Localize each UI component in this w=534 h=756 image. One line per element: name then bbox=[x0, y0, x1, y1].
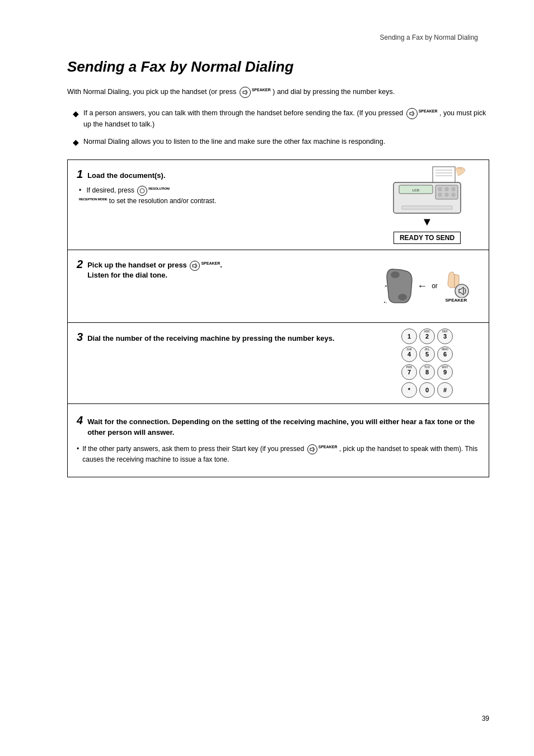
arrow-left: ← bbox=[417, 280, 427, 292]
key-9: WXY 9 bbox=[437, 364, 453, 380]
step-4-sub-text: If the other party answers, ask them to … bbox=[82, 444, 480, 464]
bullet-1: ◆ If a person answers, you can talk with… bbox=[67, 108, 489, 130]
fax-machine-svg: LCD bbox=[382, 166, 472, 216]
key-2: ABC 2 bbox=[419, 328, 435, 344]
ready-to-send-display: READY TO SEND bbox=[394, 232, 461, 244]
svg-point-16 bbox=[452, 193, 455, 196]
step-4-subbullet: • If the other party answers, ask them t… bbox=[77, 444, 480, 464]
svg-marker-18 bbox=[193, 264, 196, 268]
speaker-button-bullet1 bbox=[406, 108, 418, 119]
svg-text:LCD: LCD bbox=[413, 189, 420, 192]
page-content: Sending a Fax by Normal Dialing Sending … bbox=[0, 0, 534, 756]
steps-table: 1 Load the document(s). • If desired, pr… bbox=[67, 159, 489, 477]
step-1-content: 1 Load the document(s). • If desired, pr… bbox=[68, 160, 366, 250]
svg-rect-17 bbox=[402, 206, 452, 209]
step-2-title: Pick up the handset or press SPEAKER. Li… bbox=[87, 261, 222, 279]
step-1-title: Load the document(s). bbox=[87, 171, 165, 180]
bullet-2: ◆ Normal Dialing allows you to listen to… bbox=[67, 137, 489, 148]
step-3-number: 3 bbox=[77, 331, 83, 344]
page-title: Sending a Fax by Normal Dialing bbox=[67, 58, 489, 76]
intro-paragraph: With Normal Dialing, you pick up the han… bbox=[67, 87, 489, 98]
key-5: JKL 5 bbox=[419, 346, 435, 362]
svg-point-15 bbox=[445, 193, 448, 196]
speaker-label-step2: SPEAKER bbox=[445, 298, 467, 303]
key-star: * bbox=[401, 382, 417, 398]
svg-point-13 bbox=[452, 187, 455, 191]
step-1-sub: • If desired, press RESOLUTION/RECEPTION… bbox=[77, 185, 357, 206]
step-3-image: 1 ABC 2 DEF 3 GHI 4 JKL bbox=[366, 323, 489, 403]
svg-rect-3 bbox=[433, 167, 455, 184]
speaker-button-intro bbox=[240, 87, 251, 98]
key-hash: # bbox=[437, 382, 453, 398]
step-3-row: 3 Dial the number of the receiving machi… bbox=[68, 323, 489, 404]
key-0: 0 bbox=[419, 382, 435, 398]
step-2-number: 2 bbox=[77, 258, 83, 271]
bullet-2-text: Normal Dialing allows you to listen to t… bbox=[83, 137, 385, 147]
svg-marker-23 bbox=[310, 447, 313, 452]
step-3-title: Dial the number of the receiving machine… bbox=[87, 334, 334, 342]
handset-svg bbox=[384, 266, 415, 306]
step-1-row: 1 Load the document(s). • If desired, pr… bbox=[68, 160, 489, 250]
key-8: TUV 8 bbox=[419, 364, 435, 380]
svg-marker-0 bbox=[243, 90, 246, 95]
step-4-content: 4 Wait for the connection. Depending on … bbox=[68, 404, 489, 477]
speaker-button-step2 bbox=[190, 261, 200, 271]
bullet-diamond-1: ◆ bbox=[73, 108, 79, 120]
bullet-1-text: If a person answers, you can talk with t… bbox=[83, 108, 489, 130]
page-header: Sending a Fax by Normal Dialing bbox=[67, 34, 489, 41]
step-3-content: 3 Dial the number of the receiving machi… bbox=[68, 323, 366, 403]
or-label: or bbox=[432, 282, 438, 290]
svg-point-20 bbox=[398, 294, 407, 300]
key-4: GHI 4 bbox=[401, 346, 417, 362]
svg-point-2 bbox=[140, 189, 144, 193]
key-3: DEF 3 bbox=[437, 328, 453, 344]
step-1-number: 1 bbox=[77, 168, 83, 181]
step-2-content: 2 Pick up the handset or press SPEAKER. … bbox=[68, 250, 366, 322]
step-4-title: Wait for the connection. Depending on th… bbox=[87, 416, 480, 438]
step-4-row: 4 Wait for the connection. Depending on … bbox=[68, 404, 489, 477]
arrow-down: ▼ bbox=[421, 216, 433, 227]
svg-point-14 bbox=[438, 193, 442, 196]
bullet-dot-1: • bbox=[79, 186, 81, 194]
bullet-dot-4: • bbox=[77, 444, 79, 454]
keypad: 1 ABC 2 DEF 3 GHI 4 JKL bbox=[401, 328, 453, 398]
key-1: 1 bbox=[401, 328, 417, 344]
resolution-button bbox=[137, 186, 147, 196]
step-2-image: ← or SPEAKER bbox=[366, 250, 489, 322]
step-2-row: 2 Pick up the handset or press SPEAKER. … bbox=[68, 250, 489, 323]
step-4-number: 4 bbox=[77, 412, 83, 429]
svg-marker-1 bbox=[410, 111, 413, 116]
step-1-image: LCD ▼ bbox=[366, 160, 489, 250]
speaker-hand-svg bbox=[442, 270, 470, 298]
svg-point-21 bbox=[455, 284, 469, 298]
svg-point-12 bbox=[445, 187, 448, 191]
bullet-diamond-2: ◆ bbox=[73, 137, 79, 148]
speaker-image-container: SPEAKER bbox=[442, 270, 470, 303]
speaker-button-step4 bbox=[307, 444, 317, 454]
svg-point-19 bbox=[391, 271, 400, 278]
key-6: MNO 6 bbox=[437, 346, 453, 362]
page-number: 39 bbox=[482, 715, 489, 722]
header-title: Sending a Fax by Normal Dialing bbox=[380, 34, 478, 41]
svg-point-11 bbox=[438, 187, 442, 191]
key-7: PRS 7 bbox=[401, 364, 417, 380]
